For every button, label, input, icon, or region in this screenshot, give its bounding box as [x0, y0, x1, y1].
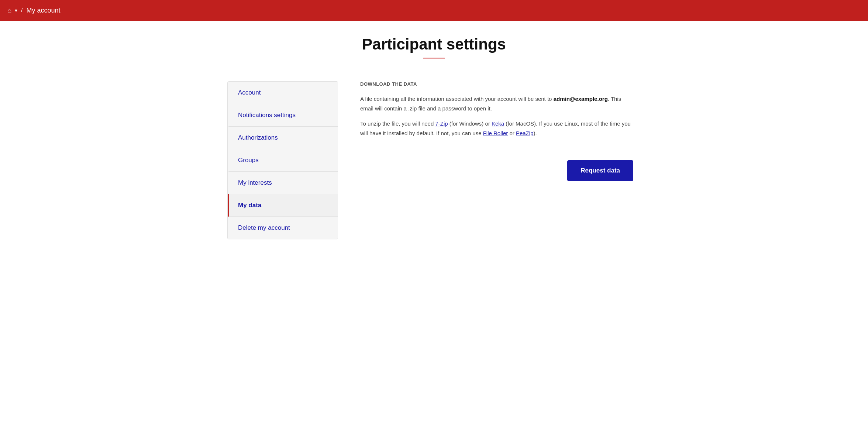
- request-data-button[interactable]: Request data: [567, 160, 633, 181]
- request-data-btn-row: Request data: [360, 160, 633, 181]
- link-7zip[interactable]: 7-Zip: [435, 120, 448, 127]
- topbar: ⌂ ▾ / My account: [0, 0, 868, 21]
- page-title-section: Participant settings: [227, 35, 641, 59]
- breadcrumb-my-account: My account: [27, 7, 61, 14]
- content-area: Account Notifications settings Authoriza…: [227, 81, 641, 239]
- section-divider: [360, 149, 633, 149]
- sidebar-item-account[interactable]: Account: [228, 82, 338, 104]
- download-description-paragraph1: A file containing all the information as…: [360, 94, 633, 113]
- page-title: Participant settings: [227, 35, 641, 53]
- section-title: DOWNLOAD THE DATA: [360, 81, 633, 87]
- email-address: admin@example.org: [554, 96, 608, 102]
- sidebar-item-groups[interactable]: Groups: [228, 149, 338, 172]
- sidebar: Account Notifications settings Authoriza…: [227, 81, 338, 239]
- sidebar-item-my-data[interactable]: My data: [228, 194, 338, 217]
- main-content: DOWNLOAD THE DATA A file containing all …: [353, 81, 641, 181]
- home-icon[interactable]: ⌂: [7, 6, 12, 15]
- link-file-roller[interactable]: File Roller: [483, 130, 508, 136]
- page-title-underline: [423, 58, 445, 59]
- sidebar-item-my-interests[interactable]: My interests: [228, 172, 338, 194]
- sidebar-item-authorizations[interactable]: Authorizations: [228, 127, 338, 149]
- dropdown-chevron-icon[interactable]: ▾: [15, 7, 17, 13]
- link-peazip[interactable]: PeaZip: [516, 130, 534, 136]
- download-description-paragraph2: To unzip the file, you will need 7-Zip (…: [360, 119, 633, 138]
- sidebar-item-delete-my-account[interactable]: Delete my account: [228, 217, 338, 239]
- breadcrumb-separator: /: [21, 7, 23, 14]
- link-keka[interactable]: Keka: [492, 120, 504, 127]
- sidebar-item-notifications-settings[interactable]: Notifications settings: [228, 104, 338, 127]
- main-container: Participant settings Account Notificatio…: [213, 21, 655, 254]
